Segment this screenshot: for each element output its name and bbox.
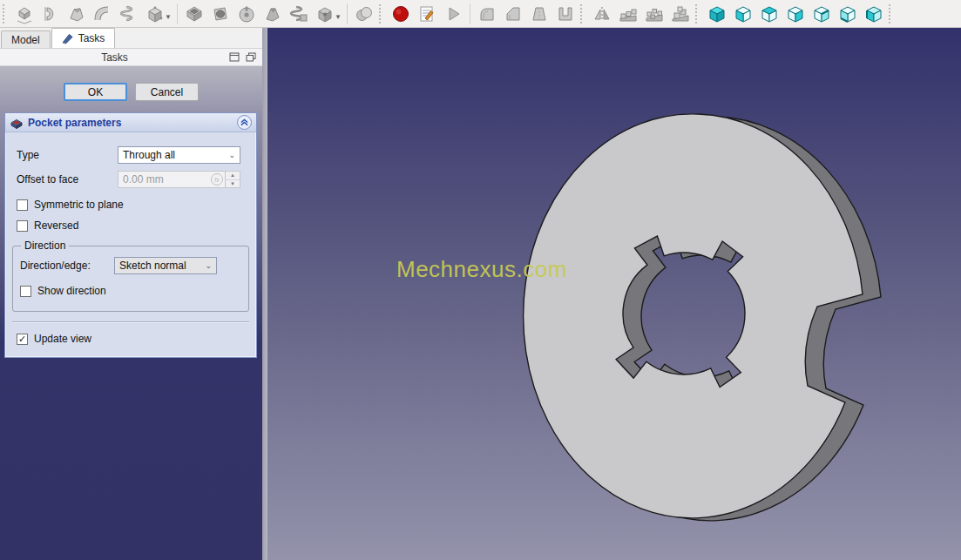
additive-loft-icon	[66, 3, 87, 24]
polar-pattern-button[interactable]	[641, 2, 667, 26]
update-view-checkbox[interactable]: ✓	[17, 334, 28, 345]
multitransform-icon	[670, 3, 691, 24]
dock-popout-button[interactable]	[244, 51, 257, 63]
front-view-icon	[733, 3, 754, 24]
subtractive-loft-button[interactable]	[260, 2, 286, 26]
tab-tasks[interactable]: Tasks	[51, 28, 116, 48]
offset-input: 0.00 mm fx ▲▼	[118, 171, 240, 188]
task-actions: OK Cancel	[0, 83, 262, 101]
pencil-icon	[62, 32, 74, 44]
linear-pattern-button[interactable]	[615, 2, 641, 26]
spin-up-icon: ▲	[226, 172, 240, 180]
hole-icon	[210, 3, 231, 24]
additive-helix-button[interactable]	[116, 2, 142, 26]
top-view-button[interactable]	[756, 2, 782, 26]
direction-group: Direction Direction/edge: Sketch normal …	[12, 246, 249, 312]
polar-pattern-icon	[644, 3, 665, 24]
part-disc[interactable]	[267, 28, 961, 560]
revolution-button[interactable]	[37, 2, 64, 26]
additive-pipe-button[interactable]	[90, 2, 116, 26]
draft-icon	[529, 3, 550, 24]
toolbar-drag-handle[interactable]	[580, 4, 585, 24]
type-select[interactable]: Through all ⌄	[118, 146, 240, 164]
subtractive-helix-button[interactable]	[286, 2, 312, 26]
hole-button[interactable]	[207, 2, 233, 26]
macro-edit-icon	[416, 3, 437, 24]
pocket-icon	[184, 3, 205, 24]
linear-pattern-icon	[618, 3, 639, 24]
chamfer-icon	[503, 3, 524, 24]
pocket-button[interactable]	[181, 2, 207, 26]
section-title: Pocket parameters	[28, 117, 233, 129]
reversed-checkbox[interactable]	[17, 220, 28, 232]
offset-label: Offset to face	[17, 173, 118, 186]
mirrored-button[interactable]	[589, 2, 615, 26]
toolbar-drag-handle[interactable]	[695, 4, 700, 24]
bottom-view-button[interactable]	[835, 2, 861, 26]
pad-button[interactable]	[11, 2, 37, 26]
fillet-icon	[477, 3, 497, 24]
direction-edge-value: Sketch normal	[119, 260, 186, 272]
groove-button[interactable]	[233, 2, 260, 26]
additive-primitive-box-icon	[145, 3, 166, 24]
left-view-button[interactable]	[861, 2, 887, 26]
macro-record-button[interactable]	[388, 2, 414, 26]
symmetric-checkbox[interactable]	[17, 199, 28, 211]
fillet-button[interactable]	[474, 2, 500, 26]
boolean-icon	[354, 3, 375, 24]
toolbar-drag-handle[interactable]	[3, 4, 8, 24]
show-direction-label: Show direction	[37, 285, 106, 297]
additive-loft-button[interactable]	[64, 2, 90, 26]
dock-titlebar: Tasks	[0, 48, 262, 66]
boolean-button[interactable]	[351, 2, 377, 26]
symmetric-label: Symmetric to plane	[34, 199, 124, 211]
tab-model-label: Model	[11, 34, 40, 46]
pad-icon	[14, 3, 35, 24]
spin-down-icon: ▼	[226, 180, 240, 188]
collapse-section-button[interactable]	[237, 115, 252, 130]
direction-edge-select[interactable]: Sketch normal ⌄	[114, 257, 217, 274]
chamfer-button[interactable]	[500, 2, 526, 26]
subtractive-loft-icon	[262, 3, 283, 24]
mirrored-icon	[592, 3, 612, 24]
tab-model[interactable]: Model	[1, 30, 51, 48]
multitransform-button[interactable]	[667, 2, 694, 26]
additive-dropdown-caret[interactable]: ▼	[165, 13, 172, 21]
task-dock: Model Tasks Tasks OK Cancel Pocket param…	[0, 28, 262, 560]
rear-view-icon	[811, 3, 832, 24]
toolbar-separator	[347, 3, 348, 24]
left-view-icon	[863, 3, 884, 24]
right-view-button[interactable]	[782, 2, 809, 26]
direction-edge-label: Direction/edge:	[20, 260, 114, 272]
draft-button[interactable]	[526, 2, 552, 26]
3d-viewport[interactable]: Mechnexus.com	[267, 28, 961, 560]
popout-window-icon	[246, 52, 256, 62]
thickness-button[interactable]	[552, 2, 579, 26]
update-view-label: Update view	[34, 333, 91, 345]
show-direction-checkbox[interactable]	[20, 286, 31, 297]
toolbar-drag-handle[interactable]	[379, 4, 384, 24]
front-view-button[interactable]	[730, 2, 756, 26]
ok-button[interactable]: OK	[64, 83, 127, 101]
chevron-down-icon: ⌄	[205, 261, 212, 270]
toolbar-separator	[177, 3, 178, 24]
subtractive-helix-icon	[288, 3, 309, 24]
toolbar-separator	[470, 3, 470, 24]
right-view-icon	[785, 3, 806, 24]
dock-float-button[interactable]	[227, 51, 240, 63]
cancel-button[interactable]: Cancel	[135, 83, 199, 101]
axonometric-view-button[interactable]	[704, 2, 730, 26]
divider	[12, 321, 249, 323]
type-value: Through all	[123, 149, 175, 161]
macro-edit-button[interactable]	[414, 2, 440, 26]
dock-title: Tasks	[5, 51, 224, 64]
float-window-icon	[229, 52, 240, 62]
subtractive-dropdown-caret[interactable]: ▼	[335, 13, 342, 21]
subtractive-primitive-box-icon	[315, 3, 335, 24]
chevron-up-icon	[240, 118, 248, 126]
axonometric-view-icon	[707, 3, 728, 24]
revolution-icon	[40, 3, 61, 24]
macro-execute-button[interactable]	[440, 2, 466, 26]
rear-view-button[interactable]	[809, 2, 835, 26]
toolbar-drag-handle[interactable]	[889, 4, 894, 24]
